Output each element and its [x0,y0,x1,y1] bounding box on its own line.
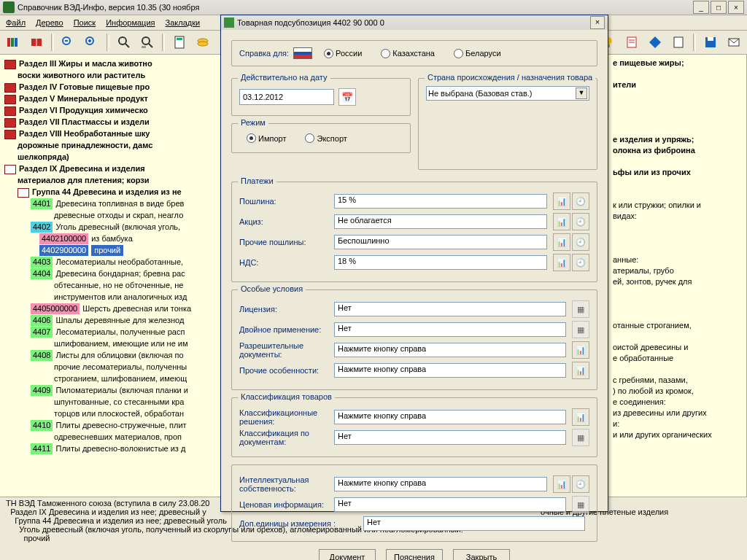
svg-rect-1 [11,38,14,47]
radio-import[interactable]: Импорт [247,133,286,143]
code-badge[interactable]: 4407 [31,327,53,338]
svg-rect-11 [142,46,146,48]
tool-money-icon[interactable] [193,32,213,52]
chart-icon[interactable]: 📊 [553,233,570,251]
dialog-title: Товарная подсубпозиция 4402 90 000 0 [237,18,384,27]
dialog-icon [224,18,234,28]
code-badge[interactable]: 4411 [31,443,53,454]
menu-search[interactable]: Поиск [74,18,96,27]
menu-bookmarks[interactable]: Закладки [166,18,201,27]
code-badge[interactable]: 4402100000 [39,233,88,244]
tool-book-icon[interactable] [26,32,47,52]
tool-nav1-icon[interactable] [58,32,79,52]
code-badge[interactable]: 4401 [31,198,53,209]
clock-icon[interactable]: 🕘 [572,192,589,210]
dialog-close-button[interactable]: × [590,16,605,29]
book-icon [4,83,16,93]
code-badge[interactable]: 4402900000 [39,245,88,256]
code-badge[interactable]: 4410 [31,420,53,431]
tool-books-icon[interactable] [3,32,23,52]
document-button[interactable]: Документ [319,549,376,560]
clock-icon[interactable]: 🕘 [572,254,589,271]
tree-item[interactable]: Лесоматериалы, полученные расп [55,327,185,338]
svg-point-9 [142,37,150,44]
code-badge[interactable]: 4403 [31,257,53,268]
chevron-down-icon[interactable]: ▼ [576,88,587,99]
code-badge[interactable]: 4405000000 [31,303,80,314]
clock-icon[interactable]: 🕘 [572,475,589,493]
section[interactable]: Раздел III Жиры и масла животно [19,58,152,69]
chart-icon[interactable]: 📊 [553,475,570,493]
tool-nav2-icon[interactable] [82,32,102,52]
maximize-button[interactable]: □ [711,1,727,14]
radio-russia[interactable]: России [324,49,362,58]
tool-mail-icon[interactable] [724,32,744,52]
tree-item[interactable]: прочий [91,245,123,256]
tree-item[interactable]: Древесина топливная в виде брев [55,198,184,209]
code-badge[interactable]: 4402 [31,222,53,233]
chart-icon[interactable]: 📊 [553,192,570,210]
book-icon [4,95,16,104]
book-icon [4,130,16,139]
svg-rect-13 [177,38,182,40]
tree-item[interactable]: из бамбука [91,233,133,244]
app-titlebar: Справочник ВЭД-Инфо, версия 10.35 (30 но… [0,0,747,15]
tool-diamond-icon[interactable] [645,32,665,52]
explanations-button[interactable]: Пояснения [386,549,443,560]
tree-item[interactable]: Лесоматериалы необработанные, [55,257,183,268]
doc-icon: ▦ [572,496,589,513]
tree-item[interactable]: Шерсть древесная или тонка [82,303,191,314]
svg-rect-2 [15,38,18,47]
menu-tree[interactable]: Дерево [36,18,63,27]
menu-info[interactable]: Информация [106,18,155,27]
chart-icon[interactable]: 📊 [553,213,570,230]
subposition-dialog: Товарная подсубпозиция 4402 90 000 0 × С… [220,15,608,512]
svg-rect-21 [674,37,683,47]
chart-icon[interactable]: 📊 [572,362,589,379]
radio-kaz[interactable]: Казахстана [381,49,435,58]
svg-rect-23 [708,37,713,41]
chart-icon[interactable]: 📊 [572,408,589,426]
book-icon [4,60,16,69]
tool-save-icon[interactable] [700,32,721,52]
code-badge[interactable]: 4406 [31,315,53,326]
tool-calc-icon[interactable] [169,32,190,52]
clock-icon[interactable]: 🕘 [572,233,589,251]
tool-note-icon[interactable] [622,32,642,52]
code-badge[interactable]: 4409 [31,385,53,396]
tree-item[interactable]: Древесина бондарная; бревна рас [55,268,185,279]
date-input[interactable] [239,89,334,105]
svg-line-8 [125,44,129,47]
tool-search2-icon[interactable] [137,32,158,52]
app-icon [3,1,15,13]
ref-label: Справка для: [239,49,289,58]
tree-item[interactable]: Плиты древесно-стружечные, плит [55,420,186,431]
tree-item[interactable]: Листы для облицовки (включая по [55,350,183,361]
clock-icon[interactable]: 🕘 [572,213,589,230]
tool-search-icon[interactable] [114,32,134,52]
duty-value: 15 % [334,194,547,209]
tree-item[interactable]: Шпалы деревянные для железнод [55,315,184,326]
code-badge[interactable]: 4408 [31,350,53,361]
code-badge[interactable]: 4404 [31,268,53,279]
tree-item[interactable]: Пиломатериалы (включая планки и [55,385,187,396]
svg-rect-0 [7,38,10,47]
calendar-icon[interactable]: 📅 [338,88,356,106]
book-icon [4,106,16,116]
tree-item[interactable]: Уголь древесный (включая уголь, [55,222,180,233]
radio-bel[interactable]: Беларуси [454,49,501,58]
origin-combo[interactable]: Не выбрана (Базовая став.)▼ [426,86,589,101]
doc-icon: ▦ [572,429,589,446]
close-button[interactable]: Закрыть [453,549,510,560]
dialog-titlebar: Товарная подсубпозиция 4402 90 000 0 × [221,15,608,30]
chart-icon[interactable]: 📊 [572,341,589,359]
close-button[interactable]: × [728,1,744,14]
chart-icon[interactable]: 📊 [553,254,570,271]
minimize-button[interactable]: _ [693,1,709,14]
svg-point-15 [198,42,208,46]
menu-file[interactable]: Файл [6,18,26,27]
tree-item[interactable]: Плиты древесно-волокнистые из д [55,443,185,454]
vat-value: 18 % [334,255,547,270]
radio-export[interactable]: Экспорт [305,133,347,143]
tool-doc-icon[interactable] [668,32,689,52]
